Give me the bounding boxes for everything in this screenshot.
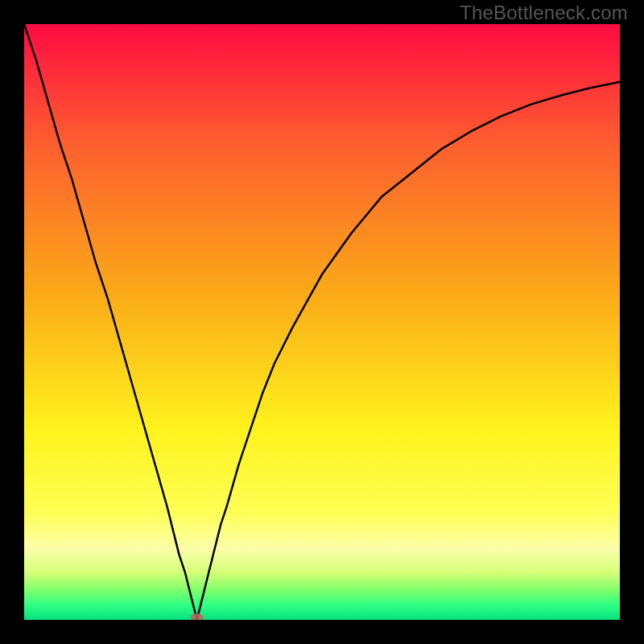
plot-svg — [24, 24, 620, 620]
chart-frame: TheBottleneck.com — [0, 0, 644, 644]
plot-area — [24, 24, 620, 620]
watermark: TheBottleneck.com — [460, 2, 628, 24]
